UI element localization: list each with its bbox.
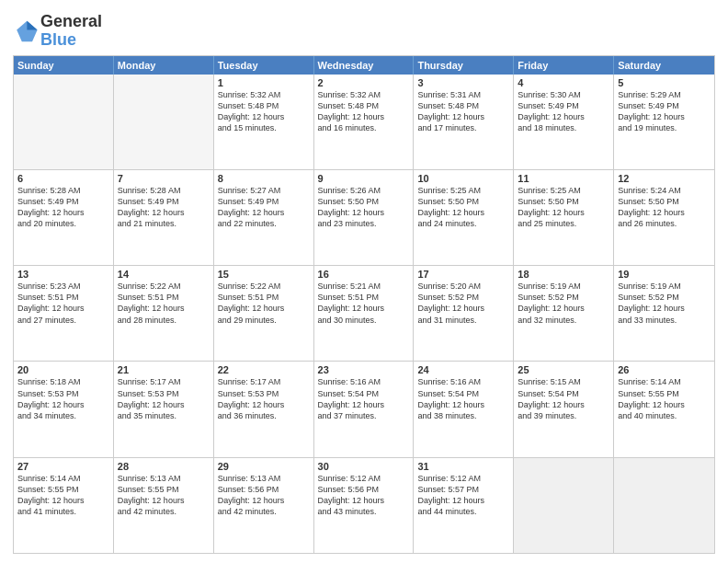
day-number: 17 (417, 269, 509, 280)
logo-icon (13, 18, 39, 44)
logo: General Blue (13, 13, 102, 50)
cell-info: Sunrise: 5:32 AMSunset: 5:48 PMDaylight:… (218, 89, 310, 134)
calendar-cell: 12Sunrise: 5:24 AMSunset: 5:50 PMDayligh… (614, 170, 714, 265)
cell-info: Sunrise: 5:24 AMSunset: 5:50 PMDaylight:… (618, 185, 711, 230)
cell-info: Sunrise: 5:18 AMSunset: 5:53 PMDaylight:… (17, 376, 109, 421)
calendar-cell: 4Sunrise: 5:30 AMSunset: 5:49 PMDaylight… (514, 75, 614, 169)
calendar-header: SundayMondayTuesdayWednesdayThursdayFrid… (14, 56, 714, 75)
calendar-row: 6Sunrise: 5:28 AMSunset: 5:49 PMDaylight… (14, 169, 714, 265)
day-number: 16 (318, 269, 410, 280)
cell-info: Sunrise: 5:16 AMSunset: 5:54 PMDaylight:… (417, 376, 509, 421)
calendar-cell: 22Sunrise: 5:17 AMSunset: 5:53 PMDayligh… (214, 362, 314, 456)
cell-info: Sunrise: 5:12 AMSunset: 5:57 PMDaylight:… (417, 473, 509, 518)
calendar-body: 1Sunrise: 5:32 AMSunset: 5:48 PMDaylight… (14, 75, 714, 553)
calendar-cell: 26Sunrise: 5:14 AMSunset: 5:55 PMDayligh… (614, 362, 714, 456)
cell-info: Sunrise: 5:30 AMSunset: 5:49 PMDaylight:… (518, 89, 609, 134)
calendar-row: 13Sunrise: 5:23 AMSunset: 5:51 PMDayligh… (14, 265, 714, 361)
cell-info: Sunrise: 5:17 AMSunset: 5:53 PMDaylight:… (218, 376, 310, 421)
calendar-cell: 25Sunrise: 5:15 AMSunset: 5:54 PMDayligh… (514, 362, 614, 456)
day-number: 25 (518, 364, 609, 375)
calendar-row: 27Sunrise: 5:14 AMSunset: 5:55 PMDayligh… (14, 457, 714, 553)
svg-marker-2 (27, 21, 37, 30)
cell-info: Sunrise: 5:19 AMSunset: 5:52 PMDaylight:… (518, 281, 609, 326)
calendar-cell: 2Sunrise: 5:32 AMSunset: 5:48 PMDaylight… (314, 75, 415, 169)
calendar-cell: 21Sunrise: 5:17 AMSunset: 5:53 PMDayligh… (114, 362, 214, 456)
calendar-cell: 23Sunrise: 5:16 AMSunset: 5:54 PMDayligh… (314, 362, 415, 456)
cell-info: Sunrise: 5:29 AMSunset: 5:49 PMDaylight:… (618, 89, 711, 134)
day-number: 9 (318, 173, 410, 184)
calendar-cell: 28Sunrise: 5:13 AMSunset: 5:55 PMDayligh… (114, 458, 214, 553)
day-number: 2 (318, 77, 410, 88)
day-number: 7 (118, 173, 210, 184)
weekday-header: Tuesday (214, 56, 314, 75)
day-number: 24 (417, 364, 509, 375)
cell-info: Sunrise: 5:27 AMSunset: 5:49 PMDaylight:… (218, 185, 310, 230)
day-number: 28 (118, 461, 210, 472)
day-number: 20 (17, 364, 109, 375)
cell-info: Sunrise: 5:28 AMSunset: 5:49 PMDaylight:… (17, 185, 109, 230)
day-number: 15 (218, 269, 310, 280)
cell-info: Sunrise: 5:28 AMSunset: 5:49 PMDaylight:… (118, 185, 210, 230)
weekday-header: Sunday (14, 56, 114, 75)
day-number: 22 (218, 364, 310, 375)
calendar-cell: 5Sunrise: 5:29 AMSunset: 5:49 PMDaylight… (614, 75, 714, 169)
cell-info: Sunrise: 5:15 AMSunset: 5:54 PMDaylight:… (518, 376, 609, 421)
day-number: 13 (17, 269, 109, 280)
cell-info: Sunrise: 5:14 AMSunset: 5:55 PMDaylight:… (17, 473, 109, 518)
day-number: 4 (518, 77, 609, 88)
calendar-cell: 6Sunrise: 5:28 AMSunset: 5:49 PMDaylight… (14, 170, 114, 265)
calendar-cell: 30Sunrise: 5:12 AMSunset: 5:56 PMDayligh… (314, 458, 415, 553)
calendar-cell: 20Sunrise: 5:18 AMSunset: 5:53 PMDayligh… (14, 362, 114, 456)
cell-info: Sunrise: 5:13 AMSunset: 5:56 PMDaylight:… (218, 473, 310, 518)
calendar-cell (614, 458, 714, 553)
cell-info: Sunrise: 5:13 AMSunset: 5:55 PMDaylight:… (118, 473, 210, 518)
day-number: 8 (218, 173, 310, 184)
calendar-cell: 18Sunrise: 5:19 AMSunset: 5:52 PMDayligh… (514, 266, 614, 361)
calendar-cell: 13Sunrise: 5:23 AMSunset: 5:51 PMDayligh… (14, 266, 114, 361)
day-number: 1 (218, 77, 310, 88)
calendar-cell: 14Sunrise: 5:22 AMSunset: 5:51 PMDayligh… (114, 266, 214, 361)
calendar-cell: 31Sunrise: 5:12 AMSunset: 5:57 PMDayligh… (414, 458, 514, 553)
cell-info: Sunrise: 5:21 AMSunset: 5:51 PMDaylight:… (318, 281, 410, 326)
day-number: 30 (318, 461, 410, 472)
weekday-header: Monday (114, 56, 214, 75)
day-number: 27 (17, 461, 109, 472)
day-number: 19 (618, 269, 711, 280)
header: General Blue (13, 9, 715, 50)
cell-info: Sunrise: 5:23 AMSunset: 5:51 PMDaylight:… (17, 281, 109, 326)
calendar-cell: 10Sunrise: 5:25 AMSunset: 5:50 PMDayligh… (414, 170, 514, 265)
cell-info: Sunrise: 5:19 AMSunset: 5:52 PMDaylight:… (618, 281, 711, 326)
cell-info: Sunrise: 5:20 AMSunset: 5:52 PMDaylight:… (417, 281, 509, 326)
cell-info: Sunrise: 5:26 AMSunset: 5:50 PMDaylight:… (318, 185, 410, 230)
day-number: 31 (417, 461, 509, 472)
calendar-cell: 1Sunrise: 5:32 AMSunset: 5:48 PMDaylight… (214, 75, 314, 169)
day-number: 29 (218, 461, 310, 472)
cell-info: Sunrise: 5:12 AMSunset: 5:56 PMDaylight:… (318, 473, 410, 518)
calendar-cell (514, 458, 614, 553)
day-number: 11 (518, 173, 609, 184)
cell-info: Sunrise: 5:31 AMSunset: 5:48 PMDaylight:… (417, 89, 509, 134)
cell-info: Sunrise: 5:14 AMSunset: 5:55 PMDaylight:… (618, 376, 711, 421)
cell-info: Sunrise: 5:32 AMSunset: 5:48 PMDaylight:… (318, 89, 410, 134)
calendar-cell: 3Sunrise: 5:31 AMSunset: 5:48 PMDaylight… (414, 75, 514, 169)
day-number: 5 (618, 77, 711, 88)
calendar-row: 20Sunrise: 5:18 AMSunset: 5:53 PMDayligh… (14, 361, 714, 456)
day-number: 3 (417, 77, 509, 88)
day-number: 21 (118, 364, 210, 375)
calendar: SundayMondayTuesdayWednesdayThursdayFrid… (13, 55, 715, 554)
day-number: 26 (618, 364, 711, 375)
cell-info: Sunrise: 5:17 AMSunset: 5:53 PMDaylight:… (118, 376, 210, 421)
calendar-cell: 7Sunrise: 5:28 AMSunset: 5:49 PMDaylight… (114, 170, 214, 265)
day-number: 18 (518, 269, 609, 280)
calendar-cell (14, 75, 114, 169)
page: General Blue SundayMondayTuesdayWednesda… (0, 0, 728, 563)
calendar-cell: 11Sunrise: 5:25 AMSunset: 5:50 PMDayligh… (514, 170, 614, 265)
cell-info: Sunrise: 5:16 AMSunset: 5:54 PMDaylight:… (318, 376, 410, 421)
cell-info: Sunrise: 5:25 AMSunset: 5:50 PMDaylight:… (417, 185, 509, 230)
calendar-cell: 17Sunrise: 5:20 AMSunset: 5:52 PMDayligh… (414, 266, 514, 361)
day-number: 6 (17, 173, 109, 184)
calendar-cell (114, 75, 214, 169)
weekday-header: Thursday (414, 56, 514, 75)
cell-info: Sunrise: 5:22 AMSunset: 5:51 PMDaylight:… (118, 281, 210, 326)
weekday-header: Saturday (614, 56, 714, 75)
